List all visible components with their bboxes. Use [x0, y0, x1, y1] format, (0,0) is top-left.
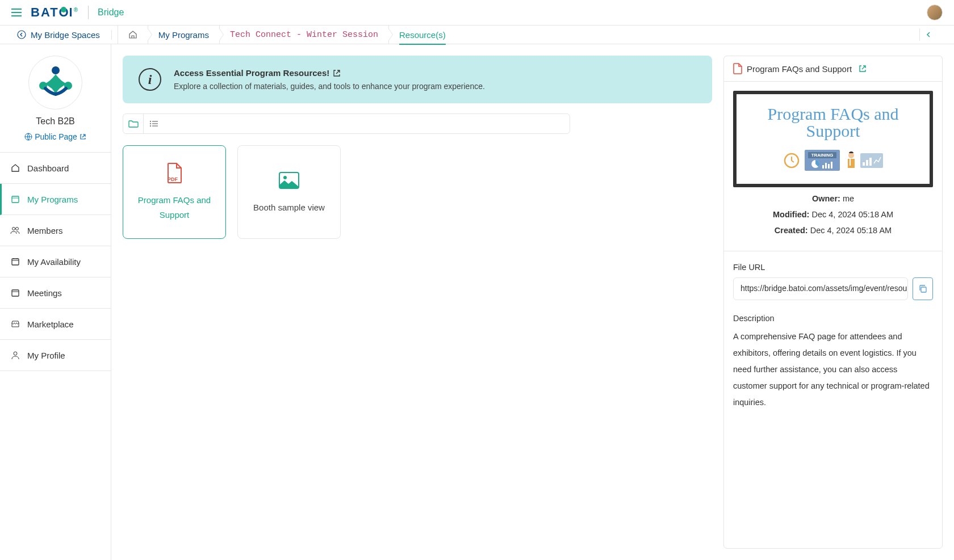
owner-value: me: [843, 194, 854, 203]
detail-preview: Program FAQs and Support TRAINING: [724, 82, 942, 251]
svg-rect-22: [831, 162, 832, 169]
svg-point-16: [283, 176, 287, 179]
org-logo: [28, 56, 82, 110]
logo[interactable]: BATOI®: [31, 5, 79, 20]
members-icon: [10, 225, 20, 235]
banner-title: Access Essential Program Resources!: [174, 68, 329, 78]
calendar-icon: [10, 256, 20, 267]
public-page-link[interactable]: Public Page: [24, 132, 86, 141]
layout: Tech B2B Public Page Dashboard My Progra…: [0, 44, 954, 560]
top-header-left: BATOI® Bridge: [11, 5, 124, 20]
breadcrumb-programs[interactable]: My Programs: [148, 26, 220, 44]
top-header: BATOI® Bridge: [0, 0, 954, 26]
banner-title-row: Access Essential Program Resources!: [174, 68, 341, 78]
list-icon: [149, 120, 158, 127]
owner-row: Owner: me: [733, 194, 933, 203]
logo-divider: [88, 6, 89, 19]
nav-list: Dashboard My Programs Members My Availab…: [0, 152, 111, 371]
programs-icon: [10, 194, 20, 204]
pdf-file-icon: [733, 63, 742, 74]
list-view-button[interactable]: [144, 114, 164, 133]
copy-icon: [918, 284, 927, 293]
svg-point-6: [12, 228, 15, 230]
svg-point-10: [14, 352, 17, 355]
created-label: Created:: [775, 226, 808, 235]
svg-rect-27: [863, 162, 865, 166]
app-name[interactable]: Bridge: [98, 7, 124, 18]
org-section: Tech B2B Public Page: [0, 44, 111, 152]
breadcrumb-resources[interactable]: Resource(s): [389, 26, 456, 44]
breadcrumb: My Bridge Spaces My Programs Tech Connec…: [17, 26, 456, 44]
svg-point-12: [150, 123, 151, 124]
hamburger-menu-icon[interactable]: [11, 9, 22, 16]
resource-cards: PDF Program FAQs and Support Booth sampl…: [123, 145, 712, 239]
resource-card-pdf[interactable]: PDF Program FAQs and Support: [123, 145, 226, 239]
image-icon: [279, 170, 299, 191]
folder-icon: [128, 120, 139, 128]
nav-label: Dashboard: [27, 163, 69, 173]
sidebar: Tech B2B Public Page Dashboard My Progra…: [0, 44, 111, 560]
active-crumb-underline: [399, 44, 446, 45]
svg-rect-29: [869, 158, 872, 166]
banner-text: Access Essential Program Resources! Expl…: [174, 68, 485, 91]
preview-badge: TRAINING: [808, 152, 837, 158]
view-toggle: [123, 113, 570, 134]
description-text: A comprehensive FAQ page for attendees a…: [733, 329, 933, 411]
external-link-icon[interactable]: [333, 69, 341, 77]
globe-icon: [24, 133, 32, 141]
nav-label: Meetings: [27, 288, 62, 298]
info-icon: i: [139, 68, 161, 91]
created-value: Dec 4, 2024 05:18 AM: [810, 226, 892, 235]
copy-url-button[interactable]: [913, 277, 933, 300]
svg-point-1: [52, 66, 60, 74]
svg-rect-28: [866, 160, 868, 166]
preview-thumbnail: Program FAQs and Support TRAINING: [733, 91, 933, 187]
nav-label: My Availability: [27, 257, 81, 267]
modified-label: Modified:: [773, 210, 809, 219]
breadcrumb-session[interactable]: Tech Connect - Winter Session: [220, 26, 389, 44]
nav-my-programs[interactable]: My Programs: [0, 184, 111, 215]
back-link[interactable]: My Bridge Spaces: [17, 30, 112, 40]
file-url-input[interactable]: https://bridge.batoi.com/assets/img/even…: [733, 277, 908, 300]
detail-header: Program FAQs and Support: [724, 56, 942, 82]
pdf-icon: PDF: [166, 162, 183, 184]
breadcrumb-resources-label: Resource(s): [399, 30, 446, 40]
main: i Access Essential Program Resources! Ex…: [111, 44, 954, 560]
grid-view-button[interactable]: [123, 114, 144, 133]
card-title: Booth sample view: [244, 200, 334, 215]
breadcrumb-bar: My Bridge Spaces My Programs Tech Connec…: [0, 26, 954, 44]
back-arrow-icon: [17, 30, 26, 39]
nav-marketplace[interactable]: Marketplace: [0, 309, 111, 340]
collapse-panel-button[interactable]: [919, 28, 937, 41]
svg-rect-8: [12, 259, 19, 265]
description-label: Description: [733, 314, 933, 323]
nav-dashboard[interactable]: Dashboard: [0, 152, 111, 184]
external-link-icon: [80, 133, 86, 140]
banner-desc: Explore a collection of materials, guide…: [174, 82, 485, 91]
preview-graphics: TRAINING: [783, 150, 884, 171]
detail-panel: Program FAQs and Support Program FAQs an…: [723, 56, 943, 549]
svg-rect-19: [822, 165, 824, 169]
home-icon: [128, 30, 137, 39]
modified-row: Modified: Dec 4, 2024 05:18 AM: [733, 210, 933, 219]
meetings-icon: [10, 288, 20, 298]
file-url-label: File URL: [733, 263, 933, 272]
nav-meetings[interactable]: Meetings: [0, 277, 111, 309]
detail-title: Program FAQs and Support: [747, 64, 852, 74]
nav-profile[interactable]: My Profile: [0, 340, 111, 371]
svg-rect-24: [848, 159, 855, 168]
svg-rect-5: [12, 196, 19, 203]
nav-label: My Programs: [27, 195, 78, 204]
logo-text: BAT: [31, 5, 59, 19]
public-page-label: Public Page: [35, 132, 77, 141]
nav-label: Marketplace: [27, 319, 74, 329]
nav-availability[interactable]: My Availability: [0, 246, 111, 277]
nav-members[interactable]: Members: [0, 215, 111, 246]
resource-card-image[interactable]: Booth sample view: [237, 145, 341, 239]
owner-label: Owner:: [812, 194, 840, 203]
svg-point-0: [18, 31, 26, 39]
external-link-icon[interactable]: [859, 65, 867, 73]
nav-label: Members: [27, 226, 63, 235]
user-avatar[interactable]: [927, 5, 943, 20]
breadcrumb-home[interactable]: [118, 26, 148, 44]
